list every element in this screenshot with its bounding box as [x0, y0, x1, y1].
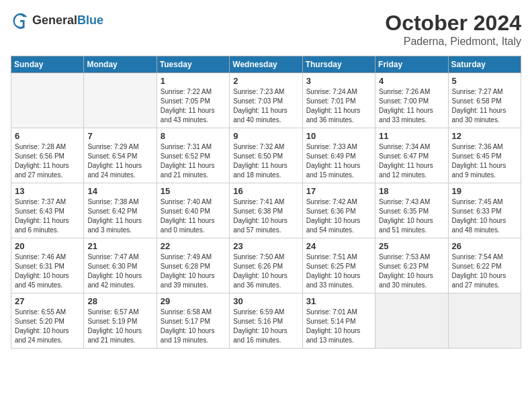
month-title: October 2024	[385, 11, 521, 36]
calendar-week-row: 27Sunrise: 6:55 AM Sunset: 5:20 PM Dayli…	[11, 293, 521, 349]
day-info: Sunrise: 6:59 AM Sunset: 5:16 PM Dayligh…	[233, 308, 298, 345]
title-block: October 2024 Paderna, Piedmont, Italy	[385, 11, 521, 48]
calendar-cell: 17Sunrise: 7:42 AM Sunset: 6:36 PM Dayli…	[302, 183, 375, 238]
day-info: Sunrise: 7:45 AM Sunset: 6:33 PM Dayligh…	[452, 197, 517, 235]
day-info: Sunrise: 7:42 AM Sunset: 6:36 PM Dayligh…	[306, 197, 371, 235]
day-info: Sunrise: 6:58 AM Sunset: 5:17 PM Dayligh…	[161, 308, 226, 345]
weekday-header: Friday	[375, 56, 448, 73]
day-info: Sunrise: 7:22 AM Sunset: 7:05 PM Dayligh…	[161, 87, 226, 125]
calendar-cell: 6Sunrise: 7:28 AM Sunset: 6:56 PM Daylig…	[11, 128, 84, 183]
calendar-cell: 10Sunrise: 7:33 AM Sunset: 6:49 PM Dayli…	[302, 128, 375, 183]
day-info: Sunrise: 7:53 AM Sunset: 6:23 PM Dayligh…	[379, 253, 444, 290]
calendar-cell: 14Sunrise: 7:38 AM Sunset: 6:42 PM Dayli…	[84, 183, 157, 238]
calendar-cell: 18Sunrise: 7:43 AM Sunset: 6:35 PM Dayli…	[375, 183, 448, 238]
day-number: 5	[452, 76, 517, 86]
day-number: 27	[15, 296, 80, 306]
weekday-header: Thursday	[302, 56, 375, 73]
day-number: 29	[161, 296, 226, 306]
day-info: Sunrise: 7:54 AM Sunset: 6:22 PM Dayligh…	[452, 253, 517, 290]
day-number: 8	[161, 131, 226, 141]
day-info: Sunrise: 7:51 AM Sunset: 6:25 PM Dayligh…	[306, 253, 371, 290]
calendar-cell	[11, 73, 84, 128]
calendar-cell: 28Sunrise: 6:57 AM Sunset: 5:19 PM Dayli…	[84, 293, 157, 349]
day-info: Sunrise: 7:38 AM Sunset: 6:42 PM Dayligh…	[87, 197, 152, 235]
calendar-cell	[84, 73, 157, 128]
calendar-cell: 4Sunrise: 7:26 AM Sunset: 7:00 PM Daylig…	[375, 73, 448, 128]
calendar-cell: 27Sunrise: 6:55 AM Sunset: 5:20 PM Dayli…	[11, 293, 84, 349]
day-info: Sunrise: 6:55 AM Sunset: 5:20 PM Dayligh…	[15, 308, 80, 345]
day-info: Sunrise: 7:41 AM Sunset: 6:38 PM Dayligh…	[233, 197, 298, 235]
weekday-header: Saturday	[448, 56, 521, 73]
weekday-header: Tuesday	[157, 56, 229, 73]
day-number: 25	[379, 241, 444, 251]
page-header: GeneralBlue October 2024 Paderna, Piedmo…	[11, 11, 521, 48]
day-number: 10	[306, 131, 371, 141]
calendar-cell: 23Sunrise: 7:50 AM Sunset: 6:26 PM Dayli…	[230, 238, 302, 293]
day-number: 11	[379, 131, 444, 141]
day-number: 14	[87, 186, 152, 196]
calendar-cell: 13Sunrise: 7:37 AM Sunset: 6:43 PM Dayli…	[11, 183, 84, 238]
calendar-cell: 12Sunrise: 7:36 AM Sunset: 6:45 PM Dayli…	[448, 128, 521, 183]
day-number: 22	[161, 241, 226, 251]
day-info: Sunrise: 7:23 AM Sunset: 7:03 PM Dayligh…	[233, 87, 298, 125]
day-info: Sunrise: 7:29 AM Sunset: 6:54 PM Dayligh…	[87, 142, 152, 180]
day-number: 2	[233, 76, 298, 86]
day-info: Sunrise: 7:46 AM Sunset: 6:31 PM Dayligh…	[15, 253, 80, 290]
calendar-cell: 25Sunrise: 7:53 AM Sunset: 6:23 PM Dayli…	[375, 238, 448, 293]
calendar-cell: 19Sunrise: 7:45 AM Sunset: 6:33 PM Dayli…	[448, 183, 521, 238]
day-number: 13	[15, 186, 80, 196]
day-number: 7	[87, 131, 152, 141]
calendar-cell: 20Sunrise: 7:46 AM Sunset: 6:31 PM Dayli…	[11, 238, 84, 293]
calendar-week-row: 13Sunrise: 7:37 AM Sunset: 6:43 PM Dayli…	[11, 183, 521, 238]
calendar-cell: 21Sunrise: 7:47 AM Sunset: 6:30 PM Dayli…	[84, 238, 157, 293]
calendar-cell: 2Sunrise: 7:23 AM Sunset: 7:03 PM Daylig…	[230, 73, 302, 128]
day-info: Sunrise: 7:01 AM Sunset: 5:14 PM Dayligh…	[306, 308, 371, 345]
day-info: Sunrise: 7:32 AM Sunset: 6:50 PM Dayligh…	[233, 142, 298, 180]
day-number: 15	[161, 186, 226, 196]
calendar-cell: 24Sunrise: 7:51 AM Sunset: 6:25 PM Dayli…	[302, 238, 375, 293]
calendar-cell: 16Sunrise: 7:41 AM Sunset: 6:38 PM Dayli…	[230, 183, 302, 238]
day-info: Sunrise: 6:57 AM Sunset: 5:19 PM Dayligh…	[87, 308, 152, 345]
calendar-week-row: 1Sunrise: 7:22 AM Sunset: 7:05 PM Daylig…	[11, 73, 521, 128]
calendar-cell: 8Sunrise: 7:31 AM Sunset: 6:52 PM Daylig…	[157, 128, 229, 183]
weekday-header: Sunday	[11, 56, 84, 73]
calendar-cell: 11Sunrise: 7:34 AM Sunset: 6:47 PM Dayli…	[375, 128, 448, 183]
day-number: 23	[233, 241, 298, 251]
calendar-cell: 7Sunrise: 7:29 AM Sunset: 6:54 PM Daylig…	[84, 128, 157, 183]
day-number: 28	[87, 296, 152, 306]
calendar-cell: 1Sunrise: 7:22 AM Sunset: 7:05 PM Daylig…	[157, 73, 229, 128]
logo: GeneralBlue	[11, 11, 103, 30]
day-info: Sunrise: 7:24 AM Sunset: 7:01 PM Dayligh…	[306, 87, 371, 125]
day-number: 6	[15, 131, 80, 141]
calendar-cell: 22Sunrise: 7:49 AM Sunset: 6:28 PM Dayli…	[157, 238, 229, 293]
calendar-table: SundayMondayTuesdayWednesdayThursdayFrid…	[11, 56, 521, 349]
calendar-week-row: 6Sunrise: 7:28 AM Sunset: 6:56 PM Daylig…	[11, 128, 521, 183]
day-number: 9	[233, 131, 298, 141]
day-info: Sunrise: 7:33 AM Sunset: 6:49 PM Dayligh…	[306, 142, 371, 180]
day-number: 18	[379, 186, 444, 196]
calendar-cell	[448, 293, 521, 349]
day-info: Sunrise: 7:37 AM Sunset: 6:43 PM Dayligh…	[15, 197, 80, 235]
day-info: Sunrise: 7:27 AM Sunset: 6:58 PM Dayligh…	[452, 87, 517, 125]
day-number: 21	[87, 241, 152, 251]
calendar-week-row: 20Sunrise: 7:46 AM Sunset: 6:31 PM Dayli…	[11, 238, 521, 293]
calendar-cell: 26Sunrise: 7:54 AM Sunset: 6:22 PM Dayli…	[448, 238, 521, 293]
calendar-cell: 15Sunrise: 7:40 AM Sunset: 6:40 PM Dayli…	[157, 183, 229, 238]
day-info: Sunrise: 7:34 AM Sunset: 6:47 PM Dayligh…	[379, 142, 444, 180]
weekday-header: Wednesday	[230, 56, 302, 73]
day-number: 20	[15, 241, 80, 251]
weekday-header-row: SundayMondayTuesdayWednesdayThursdayFrid…	[11, 56, 521, 73]
day-number: 12	[452, 131, 517, 141]
day-number: 17	[306, 186, 371, 196]
logo-icon	[11, 11, 30, 30]
calendar-cell: 5Sunrise: 7:27 AM Sunset: 6:58 PM Daylig…	[448, 73, 521, 128]
weekday-header: Monday	[84, 56, 157, 73]
calendar-cell	[375, 293, 448, 349]
calendar-cell: 3Sunrise: 7:24 AM Sunset: 7:01 PM Daylig…	[302, 73, 375, 128]
day-info: Sunrise: 7:40 AM Sunset: 6:40 PM Dayligh…	[161, 197, 226, 235]
day-number: 1	[161, 76, 226, 86]
day-info: Sunrise: 7:47 AM Sunset: 6:30 PM Dayligh…	[87, 253, 152, 290]
day-number: 24	[306, 241, 371, 251]
day-info: Sunrise: 7:49 AM Sunset: 6:28 PM Dayligh…	[161, 253, 226, 290]
day-number: 26	[452, 241, 517, 251]
